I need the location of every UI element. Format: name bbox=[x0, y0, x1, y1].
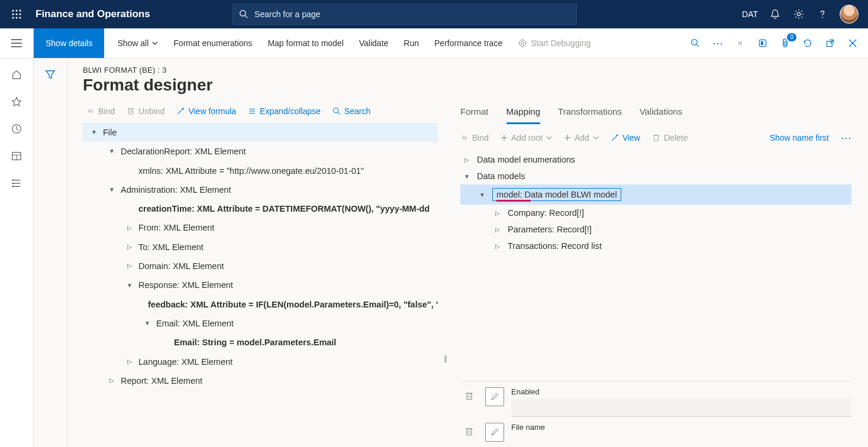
tree-search-button[interactable]: Search bbox=[333, 106, 370, 116]
popout-icon[interactable] bbox=[824, 37, 836, 49]
start-debugging-button[interactable]: Start Debugging bbox=[518, 38, 591, 48]
tree-node[interactable]: ▼Administration: XML Element bbox=[83, 180, 438, 199]
expand-icon[interactable]: ▷ bbox=[125, 358, 134, 366]
filename-label: File name bbox=[511, 423, 851, 432]
help-icon[interactable] bbox=[816, 8, 829, 21]
panel-splitter[interactable]: ‖ bbox=[443, 268, 448, 447]
more-icon[interactable]: ⋯ bbox=[712, 37, 724, 49]
app-launcher-icon[interactable] bbox=[6, 4, 27, 25]
bind-button[interactable]: Bind bbox=[86, 106, 115, 116]
mapping-node[interactable]: ▷Company: Record[!] bbox=[460, 205, 851, 221]
mapping-node[interactable]: ▼Data models bbox=[460, 168, 851, 184]
map-more-icon[interactable]: ⋯ bbox=[841, 131, 851, 144]
map-format-to-model-button[interactable]: Map format to model bbox=[267, 38, 343, 48]
tab-transformations[interactable]: Transformations bbox=[558, 103, 622, 124]
tree-node-file[interactable]: ▼ File bbox=[83, 123, 438, 142]
tree-node[interactable]: ▼DeclarationReport: XML Element bbox=[83, 142, 438, 161]
expand-icon[interactable]: ▷ bbox=[125, 262, 134, 270]
close-icon[interactable] bbox=[847, 37, 859, 49]
link-icon[interactable] bbox=[734, 37, 746, 49]
workspaces-icon[interactable] bbox=[11, 151, 22, 161]
validate-button[interactable]: Validate bbox=[359, 38, 389, 48]
svg-rect-39 bbox=[129, 109, 133, 114]
mapping-node[interactable]: ▷Parameters: Record[!] bbox=[460, 221, 851, 238]
svg-rect-58 bbox=[467, 429, 472, 435]
enabled-input[interactable] bbox=[511, 399, 851, 417]
expand-collapse-button[interactable]: Expand/collapse bbox=[248, 106, 321, 116]
svg-point-11 bbox=[797, 12, 800, 15]
prop-edit-icon[interactable] bbox=[485, 423, 504, 442]
collapse-icon[interactable]: ▼ bbox=[90, 128, 98, 137]
expand-icon[interactable]: ▷ bbox=[125, 224, 134, 232]
expand-icon[interactable]: ▷ bbox=[125, 243, 134, 251]
svg-point-38 bbox=[12, 186, 14, 187]
tree-node[interactable]: ▷Language: XML Element bbox=[83, 352, 438, 371]
format-tree[interactable]: ▼ File ▼DeclarationReport: XML Elementxm… bbox=[83, 123, 438, 447]
refresh-icon[interactable] bbox=[802, 37, 814, 49]
filter-icon[interactable] bbox=[45, 69, 56, 447]
performance-trace-button[interactable]: Performance trace bbox=[434, 38, 502, 48]
add-root-button[interactable]: Add root bbox=[501, 133, 552, 142]
mapping-node[interactable]: ▷Transactions: Record list bbox=[460, 238, 851, 254]
add-button[interactable]: Add bbox=[564, 133, 599, 142]
attach-icon[interactable]: 0 bbox=[779, 37, 791, 49]
prop-edit-icon[interactable] bbox=[485, 387, 504, 406]
mapping-node-label: Transactions: Record list bbox=[508, 241, 602, 251]
tree-node[interactable]: ▷Domain: XML Element bbox=[83, 257, 438, 276]
tree-node[interactable]: ▷From: XML Element bbox=[83, 218, 438, 237]
tree-node[interactable]: ▷To: XML Element bbox=[83, 238, 438, 257]
action-bar-items: Show all Format enumerations Map format … bbox=[104, 28, 689, 58]
settings-icon[interactable] bbox=[792, 8, 805, 21]
nav-toggle-icon[interactable] bbox=[0, 28, 34, 58]
tree-node[interactable]: ▼Email: XML Element bbox=[83, 314, 438, 333]
mapping-tree[interactable]: ▷Data model enumerations▼Data models▼mod… bbox=[460, 151, 851, 254]
mapping-node[interactable]: ▷Data model enumerations bbox=[460, 151, 851, 168]
view-formula-button[interactable]: View formula bbox=[176, 106, 236, 116]
expand-icon[interactable]: ▷ bbox=[493, 210, 502, 216]
svg-point-37 bbox=[12, 183, 14, 184]
collapse-icon[interactable]: ▼ bbox=[143, 319, 151, 328]
tree-node-label: Administration: XML Element bbox=[121, 184, 231, 196]
show-name-first-button[interactable]: Show name first bbox=[770, 133, 829, 142]
company-code[interactable]: DAT bbox=[742, 8, 758, 21]
show-all-button[interactable]: Show all bbox=[117, 38, 158, 48]
favorites-icon[interactable] bbox=[11, 96, 22, 107]
run-button[interactable]: Run bbox=[404, 38, 419, 48]
tree-node[interactable]: creationTime: XML Attribute = DATETIMEFO… bbox=[83, 199, 438, 218]
expand-icon[interactable]: ▷ bbox=[493, 243, 502, 250]
collapse-icon[interactable]: ▼ bbox=[125, 281, 134, 290]
prop-delete-icon[interactable] bbox=[460, 423, 478, 440]
user-avatar[interactable] bbox=[840, 5, 859, 24]
mapping-node[interactable]: ▼model: Data model BLWI model bbox=[460, 184, 851, 205]
collapse-icon[interactable]: ▼ bbox=[108, 147, 116, 156]
office-icon[interactable] bbox=[757, 37, 769, 49]
expand-icon[interactable]: ▷ bbox=[463, 157, 471, 163]
home-icon[interactable] bbox=[11, 69, 22, 80]
tree-node[interactable]: ▷Report: XML Element bbox=[83, 371, 438, 390]
notifications-icon[interactable] bbox=[769, 8, 782, 21]
expand-icon[interactable]: ▷ bbox=[493, 226, 502, 233]
modules-icon[interactable] bbox=[11, 178, 22, 189]
prop-delete-icon[interactable] bbox=[460, 387, 478, 405]
show-details-button[interactable]: Show details bbox=[34, 28, 104, 58]
map-bind-button[interactable]: Bind bbox=[460, 133, 489, 142]
unbind-button[interactable]: Unbind bbox=[127, 106, 164, 116]
tab-validations[interactable]: Validations bbox=[640, 103, 682, 124]
collapse-icon[interactable]: ▼ bbox=[478, 192, 486, 198]
tree-node[interactable]: ▼Response: XML Element bbox=[83, 276, 438, 294]
format-enumerations-button[interactable]: Format enumerations bbox=[173, 38, 252, 48]
delete-button[interactable]: Delete bbox=[652, 133, 688, 142]
recent-icon[interactable] bbox=[11, 124, 22, 134]
tree-node[interactable]: Email: String = model.Parameters.Email bbox=[83, 333, 438, 352]
global-search-input[interactable]: Search for a page bbox=[233, 4, 577, 25]
collapse-icon[interactable]: ▼ bbox=[108, 186, 116, 194]
tab-mapping[interactable]: Mapping bbox=[506, 103, 541, 124]
find-icon[interactable] bbox=[689, 37, 701, 49]
tab-format[interactable]: Format bbox=[460, 103, 489, 124]
tree-node[interactable]: feedback: XML Attribute = IF(LEN(model.P… bbox=[83, 295, 438, 314]
tree-node[interactable]: xmlns: XML Attribute = "http://www.onega… bbox=[83, 161, 438, 180]
collapse-icon[interactable]: ▼ bbox=[463, 173, 471, 180]
svg-point-0 bbox=[12, 9, 14, 11]
expand-icon[interactable]: ▷ bbox=[108, 377, 116, 385]
view-button[interactable]: View bbox=[611, 133, 640, 142]
